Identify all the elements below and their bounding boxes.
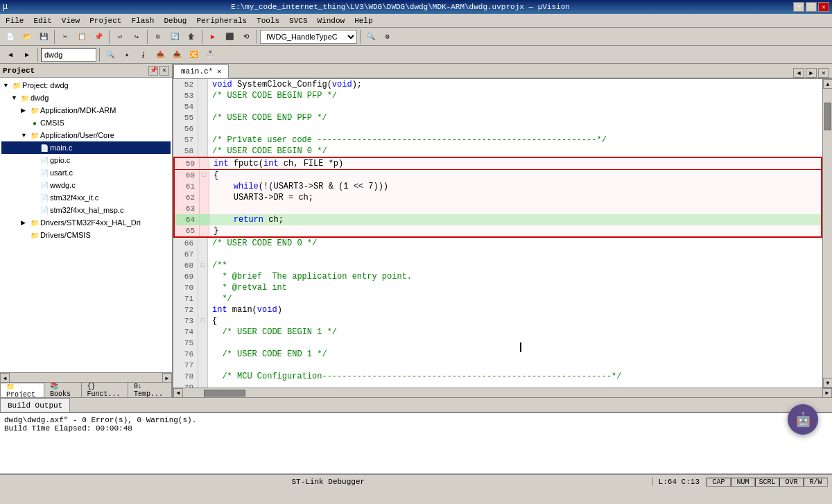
editor-tab-main-c[interactable]: main.c* ✕ — [173, 64, 229, 78]
scroll-thumb-v[interactable] — [824, 103, 831, 130]
tree-label: CMSIS — [40, 119, 64, 127]
scroll-left[interactable]: ◀ — [0, 373, 10, 383]
scroll-track — [10, 373, 162, 382]
nav-back-button[interactable]: ◀ — [3, 47, 18, 62]
clean-button[interactable]: 🗑 — [184, 29, 199, 44]
code-line-60: 60 □ { — [173, 170, 822, 181]
copy-button[interactable]: 📋 — [74, 29, 89, 44]
nav-forward-button[interactable]: ▶ — [19, 47, 35, 62]
cursor — [520, 342, 521, 352]
search-input[interactable] — [41, 48, 96, 62]
tab-close-icon[interactable]: ✕ — [217, 67, 221, 76]
tab-templates[interactable]: 0↓ Temp... — [128, 383, 172, 397]
menu-edit[interactable]: Edit — [29, 16, 55, 26]
debug-start-button[interactable]: ▶ — [205, 29, 220, 44]
tree-label: Application/MDK-ARM — [40, 106, 116, 114]
scroll-down[interactable]: ▼ — [823, 378, 832, 388]
menu-debug[interactable]: Debug — [159, 16, 191, 26]
menu-flash[interactable]: Flash — [127, 16, 158, 26]
folder-icon: 📁 — [29, 130, 40, 141]
tree-cmsis[interactable]: ● CMSIS — [1, 116, 171, 129]
code-line-54: 54 — [173, 101, 822, 112]
undo-button[interactable]: ↩ — [112, 29, 128, 44]
code-line-52: 52 void SystemClock_Config(void); — [173, 79, 822, 90]
hscroll-right[interactable]: ▶ — [822, 388, 832, 398]
minimize-button[interactable]: — — [793, 2, 804, 12]
menu-project[interactable]: Project — [85, 16, 125, 26]
function-dropdown[interactable]: IWDG_HandleTypeC — [260, 30, 357, 44]
project-panel: Project 📌 ✕ ▼ 📁 Project: dwdg ▼ 📁 dwdg ▶ — [0, 64, 173, 397]
tab-books[interactable]: 📚 Books — [44, 383, 82, 397]
editor-close[interactable]: ✕ — [818, 68, 829, 78]
toolbar2-btn2[interactable]: ✦ — [119, 47, 135, 62]
build-button[interactable]: ⚙ — [150, 29, 166, 44]
file-icon: 📄 — [39, 192, 50, 203]
toolbar2-btn4[interactable]: 📤 — [153, 47, 168, 62]
tree-main-c[interactable]: 📄 main.c — [1, 141, 171, 154]
toolbar2-btn5[interactable]: 📥 — [169, 47, 184, 62]
tree-drivers-cmsis[interactable]: 📁 Drivers/CMSIS — [1, 229, 171, 241]
tree-hal-msp-c[interactable]: 📄 stm32f4xx_hal_msp.c — [1, 204, 171, 216]
tab-project[interactable]: 📁 Project — [0, 383, 44, 397]
toolbar2-btn7[interactable]: ⛄ — [202, 47, 218, 62]
search-button[interactable]: 🔍 — [363, 29, 379, 44]
redo-button[interactable]: ↪ — [129, 29, 144, 44]
scroll-right[interactable]: ▶ — [162, 373, 172, 383]
menu-view[interactable]: View — [58, 16, 84, 26]
tree-label: main.c — [50, 144, 72, 152]
save-button[interactable]: 💾 — [36, 29, 51, 44]
close-button[interactable]: ✕ — [818, 2, 829, 12]
tree-app-mdk[interactable]: ▶ 📁 Application/MDK-ARM — [1, 104, 171, 116]
tree-label: Drivers/CMSIS — [40, 231, 91, 239]
tab-build-output[interactable]: Build Output — [0, 398, 70, 412]
code-line-72: 72 int main(void) — [173, 304, 822, 315]
toolbar2-btn6[interactable]: 🔀 — [186, 47, 201, 62]
paste-button[interactable]: 📌 — [91, 29, 106, 44]
tree-dwdg[interactable]: ▼ 📁 dwdg — [1, 92, 171, 104]
new-file-button[interactable]: 📄 — [3, 29, 18, 44]
editor-nav-right[interactable]: ▶ — [806, 68, 817, 78]
menu-file[interactable]: File — [1, 16, 28, 26]
menu-svcs[interactable]: SVCS — [285, 16, 311, 26]
tab-functions[interactable]: {} Funct... — [82, 383, 128, 397]
scroll-up[interactable]: ▲ — [823, 79, 832, 89]
rebuild-button[interactable]: 🔄 — [167, 29, 182, 44]
menu-tools[interactable]: Tools — [252, 16, 284, 26]
project-close-button[interactable]: ✕ — [159, 66, 169, 76]
debug-reset-button[interactable]: ⟲ — [239, 29, 254, 44]
tree-usart-c[interactable]: 📄 usart.c — [1, 166, 171, 179]
editor-nav-left[interactable]: ◀ — [793, 68, 804, 78]
hscroll-left[interactable]: ◀ — [173, 388, 183, 398]
toolbar2-btn1[interactable]: 🔍 — [103, 47, 118, 62]
tree-label: gpio.c — [50, 156, 70, 164]
toolbar2-btn3[interactable]: ⭳ — [136, 47, 151, 62]
code-area[interactable]: 52 void SystemClock_Config(void); 53 /* … — [173, 79, 822, 388]
project-pin-button[interactable]: 📌 — [148, 66, 158, 76]
status-cap: CAP — [707, 478, 731, 487]
maximize-button[interactable]: □ — [806, 2, 817, 12]
cut-button[interactable]: ✂ — [58, 29, 73, 44]
code-line-70: 70 * @retval int — [173, 282, 822, 293]
tree-label: stm32f4xx_it.c — [50, 193, 98, 202]
debug-stop-button[interactable]: ⬛ — [222, 29, 237, 44]
tsep1 — [37, 48, 38, 62]
open-file-button[interactable]: 📂 — [19, 29, 35, 44]
menu-window[interactable]: Window — [313, 16, 349, 26]
status-scrl: SCRL — [755, 478, 779, 487]
status-rw: R/W — [804, 478, 828, 487]
tree-gpio-c[interactable]: 📄 gpio.c — [1, 154, 171, 166]
folder-icon: 📁 — [19, 92, 31, 103]
tree-drivers-hal[interactable]: ▶ 📁 Drivers/STM32F4xx_HAL_Dri — [1, 216, 171, 229]
code-line-79: 79 — [173, 382, 822, 388]
tree-it-c[interactable]: 📄 stm32f4xx_it.c — [1, 191, 171, 204]
tree-root[interactable]: ▼ 📁 Project: dwdg — [1, 79, 171, 92]
assistant-button[interactable]: 🤖 — [788, 404, 818, 435]
code-line-62: 62 USART3->DR = ch; — [173, 192, 822, 203]
file-icon: 📄 — [39, 180, 50, 191]
tree-app-user[interactable]: ▼ 📁 Application/User/Core — [1, 129, 171, 141]
tree-wwdg-c[interactable]: 📄 wwdg.c — [1, 179, 171, 191]
hscroll-thumb[interactable] — [204, 390, 245, 397]
settings-button[interactable]: ⚙ — [380, 29, 395, 44]
menu-help[interactable]: Help — [350, 16, 376, 26]
menu-peripherals[interactable]: Peripherals — [192, 16, 251, 26]
